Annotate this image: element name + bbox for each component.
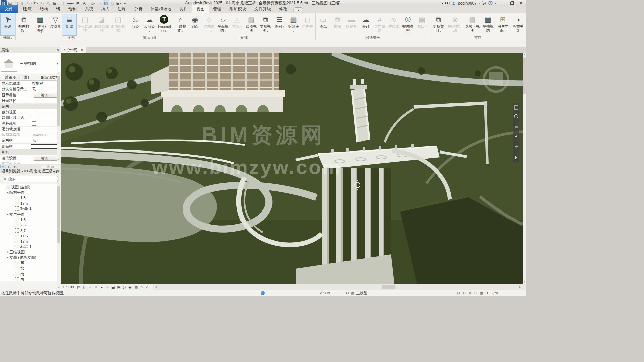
checkbox[interactable] (32, 116, 36, 120)
tree-item-17m[interactable]: 17m (0, 201, 61, 206)
render-dialog-icon[interactable]: ♨ (105, 284, 110, 290)
tree-item-17m[interactable]: 17m (0, 239, 61, 244)
tool-图例[interactable]: ☰图例 ▾ (272, 14, 286, 35)
select-pinned-icon[interactable]: ⊡ (474, 291, 477, 295)
panel-label-窗口[interactable]: 窗口 (430, 35, 526, 40)
background-processes[interactable]: ⊘:0 ⧉ (319, 290, 330, 296)
tool-云渲染[interactable]: ☁云渲染 ▾ (142, 14, 156, 35)
temporary-hide-isolate-icon[interactable]: ◎ (122, 284, 127, 290)
tool-Twinmotion[interactable]: TTwinmotion ▾ (156, 14, 172, 35)
tool-过滤器[interactable]: ▽过滤器 (48, 14, 62, 35)
property-value[interactable]: 无 (31, 138, 61, 143)
tool-删除隐藏线[interactable]: ◪删除隐藏线 (93, 14, 110, 35)
tool-修改[interactable]: ➤修改 (1, 14, 15, 35)
dynamo-icon[interactable] (261, 291, 265, 295)
property-value[interactable]: 编辑... (31, 93, 61, 98)
tree-expander[interactable]: − (6, 213, 9, 216)
tool-用户界面[interactable]: ⊞用户界面 ▾ (495, 14, 511, 35)
username[interactable]: dodin0907 (458, 1, 477, 6)
checkbox[interactable] (32, 127, 36, 131)
tool-导向轴网[interactable]: #导向轴网 (373, 14, 387, 35)
tool-可见性/图形[interactable]: ▦可见性/图形 (32, 14, 48, 35)
ribbon-tab-视图[interactable]: 视图 (192, 5, 209, 13)
tree-item-标高 1[interactable]: 标高 1 (0, 206, 61, 212)
tool-拼接线[interactable]: ∿拼接线 (387, 14, 401, 35)
crop-view-icon[interactable]: ⬓ (110, 284, 116, 290)
properties-scrollbar[interactable]: ▲▼ (57, 72, 61, 162)
select-by-face-icon[interactable]: ▦ (480, 291, 483, 295)
background-processes-icon[interactable]: ⊘:0 (319, 291, 326, 295)
property-value[interactable] (31, 116, 61, 120)
ribbon-collapse-button[interactable]: ▴ (293, 7, 303, 12)
checkbox[interactable] (32, 99, 36, 103)
hide-analytical-model-icon[interactable]: ⌂ (139, 284, 145, 290)
minimize-button[interactable] (498, 0, 507, 6)
property-value[interactable] (31, 144, 61, 149)
property-row-相机[interactable]: 相机» (0, 149, 61, 155)
panel-label-创建[interactable]: 创建 (173, 35, 315, 40)
property-value[interactable] (31, 162, 61, 164)
property-value[interactable]: 按规程 (31, 81, 61, 86)
property-row-范围[interactable]: 范围» (0, 104, 61, 109)
ribbon-tab-钢[interactable]: 钢 (52, 5, 64, 13)
tool-关闭非活动[interactable]: ⊗关闭非活动 (446, 14, 464, 35)
tool-视口[interactable]: ▣视口 ▾ (415, 14, 429, 35)
ribbon-tab-文件升级[interactable]: 文件升级 (250, 5, 275, 13)
browser-search-input[interactable] (8, 177, 57, 181)
canvas-vertical-scrollbar[interactable]: ▲▼ (523, 53, 526, 284)
ribbon-tab-注释[interactable]: 注释 (114, 5, 130, 13)
panel-label-演示视图[interactable]: 演示视图 (127, 35, 173, 40)
tool-平铺视图[interactable]: ▥平铺视图 (481, 14, 495, 35)
edit-button[interactable]: 编辑... (34, 156, 58, 161)
type-selector-chevron-icon[interactable]: ▾ (57, 62, 60, 65)
tool-渲染[interactable]: ♨渲染 (128, 14, 142, 35)
ribbon-tab-插入[interactable]: 插入 (97, 5, 114, 13)
visual-style-icon[interactable]: ◐ (88, 284, 93, 290)
tool-绘图视图[interactable]: ▤绘图视图 (244, 14, 258, 35)
tool-图纸[interactable]: ▭图纸 (316, 14, 330, 35)
help-menu-chevron-icon[interactable]: ▾ (495, 2, 496, 5)
tool-显示隐藏线[interactable]: ◫显示隐藏线 (76, 14, 93, 35)
detail-level-icon[interactable]: ◫ (82, 284, 88, 290)
instance-selector-chevron-icon[interactable]: ▾ (38, 76, 40, 79)
tool-明细表[interactable]: ▦明细表 ▾ (286, 14, 301, 35)
canvas-horizontal-scrollbar[interactable]: ◀ ▶ (153, 284, 523, 290)
tool-选项卡视图[interactable]: ▤选项卡视图 (464, 14, 481, 35)
property-value[interactable] (31, 121, 61, 126)
restore-button[interactable] (507, 0, 516, 6)
tree-item-1.5[interactable]: 1.5 (0, 217, 61, 222)
sheet-size-icon[interactable]: ▤ (76, 284, 82, 290)
design-options-icon[interactable]: ⊡ (346, 291, 349, 295)
project-browser-close-icon[interactable]: ✕ (57, 168, 59, 174)
tool-复制视图[interactable]: ⧉复制视图 ▾ (258, 14, 272, 35)
ribbon-tab-体量和场地[interactable]: 体量和场地 (147, 5, 176, 13)
tool-视图样板[interactable]: ⧉视图样板 ▾ (16, 14, 32, 35)
select-links-icon[interactable]: ⊘ (463, 291, 466, 295)
tool-修订[interactable]: ☁修订 (359, 14, 373, 35)
view-tab-3d[interactable]: ⌂ {三维} ✕ (61, 47, 86, 53)
edit-button[interactable]: 编辑... (34, 93, 58, 98)
tree-expander[interactable]: − (6, 191, 9, 194)
tool-画布主题[interactable]: ◑画布主题 (511, 14, 525, 35)
tool-平面视图[interactable]: ▱平面视图 ▾ (216, 14, 230, 35)
tool-范围框[interactable]: ◻范围框 (301, 14, 315, 35)
tool-详图索引[interactable]: ◌详图索引 ▾ (202, 14, 216, 35)
select-underlay-icon[interactable]: ⊠ (468, 291, 471, 295)
filter-icon[interactable]: ▽:0 (492, 291, 498, 295)
tree-item-东[interactable]: 东 (0, 260, 61, 266)
tree-item-视图 (全部)[interactable]: −视图 (全部) (0, 184, 61, 190)
ribbon-tab-附加模块[interactable]: 附加模块 (225, 5, 250, 13)
ribbon-tab-结构[interactable]: 结构 (36, 5, 52, 13)
tool-切换窗口[interactable]: ⧉切换窗口 ▾ (431, 14, 446, 35)
tool-立面[interactable]: △立面 ▾ (230, 14, 244, 35)
tool-剖切面轮廓[interactable]: ◰剖切面轮廓 (110, 14, 127, 35)
tree-expander[interactable]: − (6, 256, 9, 259)
tree-item-11.5[interactable]: 11.5 (0, 233, 61, 239)
sun-path-icon[interactable]: ☀ (93, 284, 99, 290)
tree-item-标高 1[interactable]: 标高 1 (0, 244, 61, 249)
browser-search-box[interactable] (2, 176, 59, 182)
app-store-cart-icon[interactable] (482, 1, 486, 5)
tool-三维视图[interactable]: ⌂三维视图 ▾ (174, 14, 188, 35)
view-tab-close-icon[interactable]: ✕ (80, 48, 83, 52)
panel-label-选择[interactable]: 选择 ▾ (0, 35, 15, 40)
